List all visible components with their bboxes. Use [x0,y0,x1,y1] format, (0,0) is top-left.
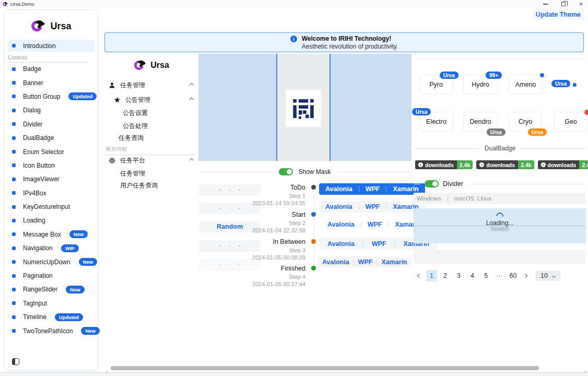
bullet-icon [12,260,16,264]
page-ellipsis[interactable]: ··· [494,270,505,281]
nav-item-announcement-management[interactable]: 公告管理 [104,93,198,106]
sidebar-item-label: IPv4Box [23,190,46,197]
show-mask-toggle[interactable] [279,168,293,175]
ursa-badge-gray: Ursa [486,127,507,137]
sidebar-item-rangeslider[interactable]: RangeSliderNew [5,283,98,296]
nav-item-task-platform[interactable]: 任务平台 [104,154,198,167]
update-theme-button[interactable]: Update Theme [533,9,584,20]
sidebar-item-message-box[interactable]: Message BoxNew [5,228,98,241]
standalone-dot-badge [573,83,577,87]
sidebar-item-banner[interactable]: Banner [5,76,98,89]
badge-card-dendro: Dendro Ursa [463,112,498,132]
gear-icon [108,157,116,164]
nav-item-label: 用户任务查询 [120,181,158,190]
sidebar-item-divider[interactable]: Divider [5,118,98,131]
dualbadge-key: downloads [548,162,577,168]
dot-badge [540,73,544,77]
sidebar-item-ipv4box[interactable]: IPv4Box [5,186,98,200]
horizontal-scrollbar[interactable] [104,366,588,371]
group-button-wpf[interactable]: WPF [363,238,395,250]
page-button-5[interactable]: 5 [480,270,491,281]
card-label: Ameno [515,81,536,88]
sidebar-item-navigation[interactable]: NavigationWIP [5,241,98,255]
close-icon[interactable]: × [579,2,583,7]
group-button-wpf[interactable]: WPF [359,201,386,213]
card-label: Electro [426,118,446,125]
group-button-avalonia[interactable]: Avalonia [319,201,359,213]
nav-item-announcement-settings[interactable]: 公告设置 [104,107,198,119]
group-button-avalonia[interactable]: Avalonia [319,238,363,250]
red-dot-badge [583,109,588,116]
page-prev-icon[interactable] [415,270,424,281]
info-icon: i [418,162,423,167]
group-button-avalonia[interactable]: Avalonia [318,257,354,267]
sidebar-item-numericupdown[interactable]: NumericUpDownNew [5,255,98,268]
sidebar-item-pagination[interactable]: Pagination [5,269,98,283]
sidebar-item-dialog[interactable]: Dialog [5,103,98,117]
image-viewer[interactable] [198,54,411,161]
sidebar-item-enum-selector[interactable]: Enum Selector [5,145,98,158]
sidebar-item-button-group[interactable]: Button GroupUpdated [5,90,98,103]
sidebar-item-label: TagInput [23,300,47,307]
nav-item-task-query[interactable]: 任务查询 [104,132,198,144]
dualbadge-key: downloads [486,162,515,168]
page-button-60[interactable]: 60 [508,270,519,281]
page-size-select[interactable]: 10 [535,271,560,281]
timeline-title: Start [238,211,305,218]
page-button-4[interactable]: 4 [467,270,478,281]
nav-item-user-task-query[interactable]: 用户任务查询 [104,179,198,192]
page-button-3[interactable]: 3 [453,270,464,281]
dualbadge-key: downloads [425,162,454,168]
group-button-wpf[interactable]: WPF [354,257,377,267]
ursa-badge: Ursa [411,107,432,116]
pagination: 1 2 3 4 5 ··· 60 10 [415,270,560,281]
group-button-wpf[interactable]: WPF [361,219,389,230]
sidebar-item-keygestureinput[interactable]: KeyGestureInput [5,200,98,214]
bullet-icon [12,178,16,181]
nav-item-announcement-processing[interactable]: 公告处理 [104,120,198,132]
nav-item-label: 任务管理 [120,81,145,90]
sidebar-item-badge[interactable]: Badge [5,62,98,76]
badge-card-geo: Geo [554,112,588,132]
bullet-icon [12,329,16,333]
sidebar-item-loading[interactable]: Loading [5,214,98,227]
scrollbar-thumb[interactable] [111,366,539,370]
button-group-light: Avalonia WPF Xamarin [319,201,425,213]
sidebar-collapse-icon[interactable] [12,358,19,365]
group-button-avalonia[interactable]: Avalonia [321,219,361,230]
bullet-icon [12,136,16,140]
sidebar-item-twotonepathicon[interactable]: TwoTonePathIconNew [5,324,98,337]
sidebar-item-taginput[interactable]: TagInput [5,297,98,310]
sidebar-item-dualbadge[interactable]: DualBadge [5,131,98,145]
page-button-1[interactable]: 1 [426,270,437,281]
title-bar: Ursa.Demo × [0,0,588,8]
divider-label: Divider [443,180,463,187]
chevron-up-icon[interactable] [190,158,194,162]
divider-toggle[interactable] [425,180,439,187]
group-button-xamarin[interactable]: Xamarin [377,257,411,267]
minimize-icon[interactable] [543,4,548,4]
divider-line [198,172,274,172]
group-button-wpf[interactable]: WPF [359,183,386,195]
status-badge: Updated [68,92,97,100]
nav-item-task-management-sub[interactable]: 任务管理 [104,167,198,180]
page-next-icon[interactable] [521,270,530,281]
chevron-up-icon[interactable] [190,98,194,102]
count-badge: 99+ [485,70,503,80]
sidebar-item-label: Divider [23,121,42,128]
sidebar-item-timeline[interactable]: TimelineUpdated [5,310,98,324]
timeline-dot-start [311,212,316,217]
nav-item-task-management[interactable]: 任务管理 [104,79,198,91]
chevron-up-icon[interactable] [190,83,194,87]
divider-line [414,148,479,149]
sidebar-item-imageviewer[interactable]: ImageViewer [5,172,98,186]
page-button-2[interactable]: 2 [440,270,451,281]
sidebar-item-label: TwoTonePathIcon [23,327,73,335]
divider-line [336,172,411,172]
sidebar-item-introduction[interactable]: Introduction [8,40,95,52]
timeline-dot-todo [311,185,316,190]
group-button-avalonia[interactable]: Avalonia [319,183,359,195]
restore-icon[interactable] [561,2,566,6]
sidebar-item-icon-button[interactable]: Icon Button [5,159,98,172]
dualbadge-value: 2.4k [579,160,588,169]
